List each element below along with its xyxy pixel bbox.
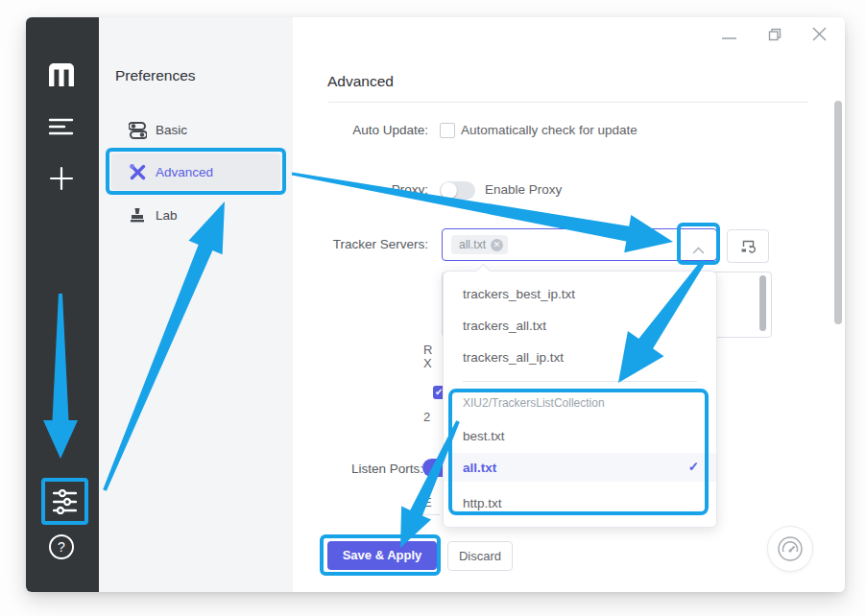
- tag-remove-icon[interactable]: ✕: [491, 239, 503, 251]
- motrix-logo-icon: [46, 61, 77, 90]
- tracker-source-dropdown: trackers_best_ip.txt trackers_all.txt tr…: [443, 271, 717, 528]
- sidebar-item-advanced[interactable]: Advanced: [156, 165, 213, 179]
- hidden-text-fragment: X: [423, 356, 432, 370]
- hidden-toggle-fragment: [422, 459, 443, 477]
- speed-limit-fab[interactable]: [767, 526, 813, 572]
- dropdown-item-selected[interactable]: all.txt ✓: [444, 453, 716, 482]
- chevron-up-icon[interactable]: [692, 241, 705, 258]
- panel-scrollbar[interactable]: [834, 101, 842, 324]
- save-apply-button[interactable]: Save & Apply: [327, 541, 437, 570]
- task-list-icon[interactable]: [48, 116, 74, 141]
- sync-trackers-button[interactable]: [727, 229, 769, 263]
- advanced-panel: Advanced Auto Update: Automatically chec…: [293, 17, 845, 592]
- selected-tag: all.txt ✕: [451, 235, 508, 254]
- proxy-toggle-label[interactable]: Enable Proxy: [485, 182, 562, 197]
- proxy-label: Proxy:: [293, 182, 428, 197]
- dropdown-item[interactable]: trackers_all.txt: [444, 311, 716, 340]
- toggle-knob: [441, 182, 457, 199]
- dropdown-divider: [463, 381, 697, 382]
- textarea-scrollbar[interactable]: [759, 275, 766, 331]
- app-sidebar: ?: [26, 17, 99, 592]
- dropdown-item[interactable]: trackers_all_ip.txt: [444, 343, 716, 371]
- auto-update-label: Auto Update:: [293, 123, 428, 137]
- sidebar-item-basic[interactable]: Basic: [156, 123, 187, 137]
- toggles-icon: [129, 122, 147, 143]
- speedometer-icon: [776, 534, 805, 563]
- preferences-sliders-icon[interactable]: [53, 489, 77, 518]
- listen-ports-label: Listen Ports:: [293, 462, 423, 476]
- screenshot-stage: ? Preferences Basic: [0, 0, 866, 616]
- dropdown-group-label: XIU2/TrackersListCollection: [463, 396, 605, 410]
- minimize-button[interactable]: [722, 29, 737, 46]
- dropdown-caret: [476, 264, 492, 279]
- title-divider: [328, 102, 808, 103]
- sync-icon: [740, 239, 757, 254]
- hidden-text-fragment: 2: [423, 410, 430, 424]
- hidden-text-fragment: R: [423, 343, 432, 357]
- hidden-text-fragment: E: [423, 495, 432, 509]
- auto-update-checkbox[interactable]: [440, 123, 455, 138]
- sidebar-item-lab[interactable]: Lab: [156, 208, 178, 223]
- dropdown-item[interactable]: best.txt: [444, 421, 716, 450]
- tracker-source-select[interactable]: all.txt ✕: [442, 228, 717, 261]
- tools-icon: [129, 163, 147, 185]
- dropdown-item[interactable]: trackers_best_ip.txt: [444, 279, 716, 308]
- hidden-border-fragment: [421, 514, 440, 515]
- tracker-servers-label: Tracker Servers:: [293, 237, 428, 251]
- add-task-icon[interactable]: [48, 165, 75, 196]
- dropdown-item[interactable]: http.txt: [444, 488, 716, 517]
- close-button[interactable]: [812, 27, 827, 45]
- preferences-title: Preferences: [115, 67, 196, 84]
- page-title: Advanced: [327, 73, 394, 90]
- preferences-nav: Preferences Basic Advanc: [99, 17, 293, 592]
- proxy-toggle[interactable]: [440, 181, 475, 200]
- auto-update-checkbox-label[interactable]: Automatically check for update: [461, 123, 637, 137]
- svg-text:?: ?: [58, 539, 65, 555]
- discard-button[interactable]: Discard: [447, 541, 513, 571]
- help-question-icon[interactable]: ?: [48, 533, 75, 564]
- hidden-checkbox-fragment: ✔: [433, 386, 443, 399]
- selected-tag-label: all.txt: [459, 238, 486, 251]
- app-window: ? Preferences Basic: [26, 17, 845, 592]
- check-icon: ✓: [688, 453, 699, 482]
- stamp-icon: [129, 206, 146, 227]
- restore-button[interactable]: [768, 28, 782, 45]
